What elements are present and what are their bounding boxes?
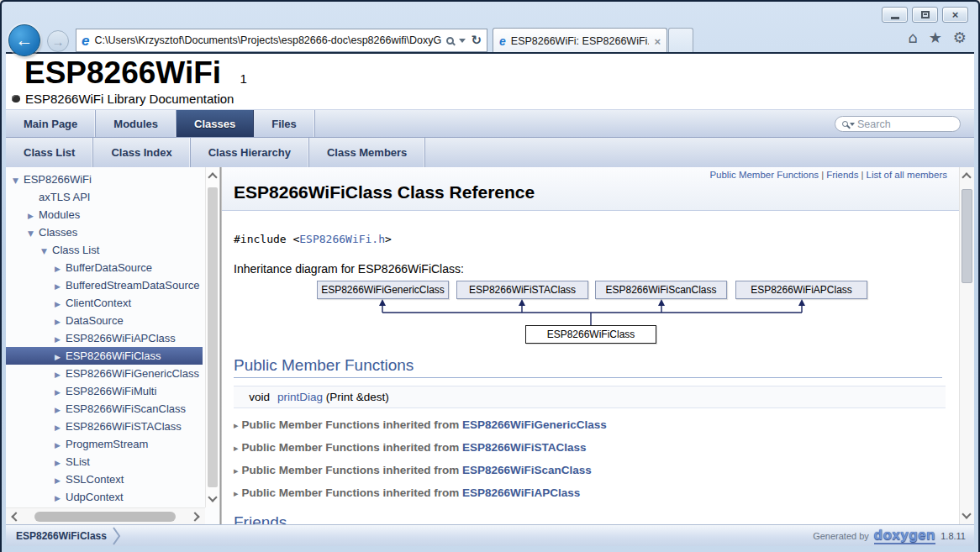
tree-item[interactable]: ▶Modules <box>6 206 203 223</box>
content-vertical-scroll-thumb[interactable] <box>962 189 972 283</box>
tree-item[interactable]: ▶UdpContext <box>6 488 203 506</box>
tab-class-index[interactable]: Class Index <box>93 138 190 167</box>
summary-link[interactable]: Public Member Functions <box>709 170 819 180</box>
favorites-icon[interactable]: ★ <box>929 30 942 45</box>
expand-right-icon[interactable]: ▸ <box>234 488 239 499</box>
site-search-icon[interactable] <box>842 121 848 127</box>
scroll-right-icon[interactable] <box>190 512 199 521</box>
inherited-section[interactable]: ▸Public Member Functions inherited from … <box>234 486 946 499</box>
tree-item[interactable]: ▼Class List <box>6 241 203 259</box>
tab-close-icon[interactable]: × <box>654 35 661 48</box>
restore-button[interactable] <box>912 7 938 23</box>
tree-collapse-icon[interactable]: ▼ <box>41 243 52 260</box>
tab-class-hierarchy[interactable]: Class Hierarchy <box>191 138 309 167</box>
tab-main-page[interactable]: Main Page <box>6 110 96 137</box>
tree-item[interactable]: ▶ESP8266WiFiMulti <box>6 382 203 400</box>
tree-expand-icon[interactable]: ▶ <box>55 278 66 296</box>
tree-collapse-icon[interactable]: ▼ <box>28 225 39 243</box>
tree-expand-icon[interactable]: ▶ <box>28 208 39 225</box>
tools-gear-icon[interactable]: ⚙ <box>953 30 967 45</box>
inherited-section[interactable]: ▸Public Member Functions inherited from … <box>234 418 946 431</box>
tree-expand-icon[interactable]: ▶ <box>55 437 66 455</box>
inherited-class-link[interactable]: ESP8266WiFiAPClass <box>462 486 580 499</box>
tree-expand-icon[interactable]: ▶ <box>55 349 66 366</box>
tab-modules[interactable]: Modules <box>96 110 177 137</box>
forward-button[interactable]: → <box>47 30 69 52</box>
tree-collapse-icon[interactable]: ▼ <box>13 172 24 190</box>
tree-item-selected[interactable]: ▶ESP8266WiFiClass <box>6 347 203 365</box>
tree-item[interactable]: ▼ESP8266WiFi <box>6 171 203 188</box>
tree-expand-icon[interactable]: ▶ <box>55 366 66 384</box>
tree-item[interactable]: ▶ESP8266WiFiGenericClass <box>6 365 203 382</box>
sidebar-vertical-scroll-thumb[interactable] <box>208 187 218 487</box>
close-button[interactable]: × <box>942 7 968 23</box>
search-icon[interactable] <box>446 37 454 45</box>
expand-right-icon[interactable]: ▸ <box>234 420 239 431</box>
expand-right-icon[interactable]: ▸ <box>234 443 239 454</box>
include-file-link[interactable]: ESP8266WiFi.h <box>299 233 385 245</box>
inheritance-node[interactable]: ESP8266WiFiSTAClass <box>456 281 588 299</box>
scroll-up-icon[interactable] <box>208 172 217 181</box>
tree-item[interactable]: axTLS API <box>6 188 203 206</box>
tree-item[interactable]: ▶SList <box>6 453 203 471</box>
inherited-class-link[interactable]: ESP8266WiFiGenericClass <box>462 418 607 431</box>
tree-expand-icon[interactable]: ▶ <box>55 455 66 472</box>
tree-expand-icon[interactable]: ▶ <box>55 260 66 278</box>
site-search-dropdown-icon[interactable] <box>850 123 855 126</box>
tab-class-list[interactable]: Class List <box>6 138 93 167</box>
tab-classes[interactable]: Classes <box>177 110 254 137</box>
tree-item[interactable]: ▶ESP8266WiFiScanClass <box>6 400 203 418</box>
address-bar[interactable]: e ↻ <box>76 29 487 52</box>
tree-item[interactable]: ▶SSLContext <box>6 471 203 488</box>
scroll-left-icon[interactable] <box>11 512 20 521</box>
tree-expand-icon[interactable]: ▶ <box>55 490 66 507</box>
sidebar-vertical-scrollbar[interactable] <box>205 167 219 507</box>
tree-item[interactable]: ▶ESP8266WiFiSTAClass <box>6 418 203 435</box>
sidebar-horizontal-scrollbar[interactable] <box>6 507 205 524</box>
tree-expand-icon[interactable]: ▶ <box>55 313 66 331</box>
tab-class-members[interactable]: Class Members <box>309 138 425 167</box>
inheritance-node[interactable]: ESP8266WiFiScanClass <box>595 281 727 299</box>
tree-item[interactable]: ▶BufferDataSource <box>6 259 203 276</box>
title-bar[interactable]: × <box>2 2 978 25</box>
site-search-box[interactable] <box>835 116 961 132</box>
inheritance-node[interactable]: ESP8266WiFiAPClass <box>735 281 867 299</box>
url-input[interactable] <box>94 34 441 46</box>
member-name-link[interactable]: printDiag <box>277 391 323 403</box>
inherited-class-link[interactable]: ESP8266WiFiSTAClass <box>462 441 586 454</box>
tree-item[interactable]: ▼Classes <box>6 223 203 241</box>
breadcrumb-item[interactable]: ESP8266WiFiClass <box>6 530 112 542</box>
scroll-up-icon[interactable] <box>962 172 971 181</box>
tree-item[interactable]: ▶DataSource <box>6 312 203 329</box>
tree-item[interactable]: ▶ProgmemStream <box>6 435 203 453</box>
browser-tab[interactable]: e ESP8266WiFi: ESP8266WiFi... × <box>493 28 667 54</box>
tree-expand-icon[interactable]: ▶ <box>55 419 66 437</box>
site-search-input[interactable] <box>857 118 953 130</box>
scroll-down-icon[interactable] <box>962 509 971 518</box>
home-icon[interactable]: ⌂ <box>908 30 917 45</box>
inheritance-node[interactable]: ESP8266WiFiGenericClass <box>317 281 449 299</box>
tree-expand-icon[interactable]: ▶ <box>55 331 66 349</box>
doxygen-logo[interactable]: doxygen <box>874 528 935 544</box>
tree-expand-icon[interactable]: ▶ <box>55 472 66 490</box>
sidebar-horizontal-scroll-thumb[interactable] <box>34 512 176 522</box>
tree-item[interactable]: ▶ClientContext <box>6 294 203 312</box>
back-button[interactable]: ← <box>8 24 40 56</box>
address-dropdown-icon[interactable] <box>459 39 466 43</box>
inherited-class-link[interactable]: ESP8266WiFiScanClass <box>462 464 592 476</box>
summary-link[interactable]: Friends <box>826 170 858 180</box>
tree-expand-icon[interactable]: ▶ <box>55 296 66 313</box>
content-vertical-scrollbar[interactable] <box>959 167 974 524</box>
inherited-section[interactable]: ▸Public Member Functions inherited from … <box>234 464 946 476</box>
new-tab-stub[interactable] <box>668 28 693 54</box>
tab-files[interactable]: Files <box>254 110 315 137</box>
expand-right-icon[interactable]: ▸ <box>234 465 239 476</box>
tree-expand-icon[interactable]: ▶ <box>55 384 66 402</box>
summary-link[interactable]: List of all members <box>866 170 947 180</box>
scroll-down-icon[interactable] <box>208 492 217 502</box>
tree-item[interactable]: ▶ESP8266WiFiAPClass <box>6 329 203 347</box>
tree-expand-icon[interactable]: ▶ <box>55 402 66 419</box>
inherited-section[interactable]: ▸Public Member Functions inherited from … <box>234 441 946 454</box>
minimize-button[interactable] <box>882 7 908 23</box>
refresh-icon[interactable]: ↻ <box>471 33 482 48</box>
